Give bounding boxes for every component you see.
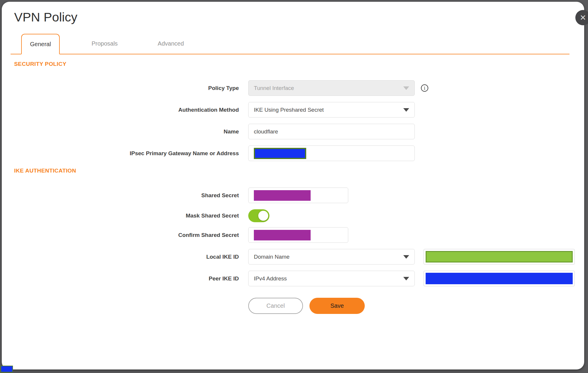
vpn-policy-dialog: VPN Policy General Proposals Advanced SE… <box>2 2 584 369</box>
caret-down-icon <box>403 255 409 259</box>
caret-down-icon <box>403 108 409 112</box>
shared-secret-row: Shared Secret <box>12 188 584 203</box>
ike-authentication-heading: IKE AUTHENTICATION <box>14 168 584 174</box>
policy-type-value: Tunnel Interface <box>254 85 294 91</box>
gateway-row: IPsec Primary Gateway Name or Address <box>12 145 584 161</box>
save-button[interactable]: Save <box>309 298 365 314</box>
peer-ike-id-label: Peer IKE ID <box>12 275 239 282</box>
tab-advanced[interactable]: Advanced <box>149 33 192 54</box>
confirm-shared-secret-row: Confirm Shared Secret <box>12 227 584 243</box>
authentication-method-label: Authentication Method <box>12 107 239 113</box>
caret-down-icon <box>403 86 409 90</box>
ike-authentication-section: Shared Secret Mask Shared Secret Confirm… <box>12 188 584 286</box>
mask-shared-secret-toggle[interactable] <box>248 209 269 222</box>
local-ike-id-label: Local IKE ID <box>12 254 239 260</box>
close-icon: ✕ <box>580 13 586 22</box>
authentication-method-select[interactable]: IKE Using Preshared Secret <box>248 102 415 118</box>
redacted-peer-ike-id-value <box>426 273 573 284</box>
policy-type-row: Policy Type Tunnel Interface i <box>12 80 584 96</box>
redacted-confirm-shared-secret-value <box>254 230 311 240</box>
tab-general[interactable]: General <box>21 34 60 54</box>
vpn-policy-screen: { "window": { "title": "VPN Policy", "cl… <box>0 0 588 373</box>
redacted-box-corner <box>1 366 13 372</box>
authentication-method-row: Authentication Method IKE Using Preshare… <box>12 102 584 118</box>
security-policy-heading: SECURITY POLICY <box>14 61 584 67</box>
name-row: Name cloudflare <box>12 124 584 139</box>
name-value: cloudflare <box>254 128 278 135</box>
caret-down-icon <box>403 277 409 280</box>
redacted-shared-secret-value <box>254 190 311 201</box>
confirm-shared-secret-input[interactable] <box>248 227 348 243</box>
info-icon[interactable]: i <box>421 84 428 92</box>
local-ike-id-row: Local IKE ID Domain Name <box>12 249 584 265</box>
authentication-method-value: IKE Using Preshared Secret <box>254 107 324 113</box>
gateway-label: IPsec Primary Gateway Name or Address <box>12 150 239 157</box>
tab-proposals[interactable]: Proposals <box>83 33 126 54</box>
redacted-gateway-value <box>254 148 306 159</box>
security-policy-section: Policy Type Tunnel Interface i Authentic… <box>12 80 584 161</box>
policy-type-label: Policy Type <box>12 85 239 91</box>
gateway-input[interactable] <box>248 145 415 161</box>
name-label: Name <box>12 128 239 135</box>
mask-shared-secret-row: Mask Shared Secret <box>12 209 584 222</box>
policy-type-select: Tunnel Interface <box>248 80 415 96</box>
mask-shared-secret-label: Mask Shared Secret <box>12 213 239 219</box>
local-ike-id-value-input[interactable] <box>424 249 575 265</box>
shared-secret-input[interactable] <box>248 188 348 203</box>
peer-ike-id-type-value: IPv4 Address <box>254 275 287 282</box>
local-ike-id-type-value: Domain Name <box>254 254 289 260</box>
peer-ike-id-row: Peer IKE ID IPv4 Address <box>12 271 584 286</box>
close-button[interactable]: ✕ <box>575 10 588 25</box>
tab-bar: General Proposals Advanced <box>11 33 569 54</box>
cancel-button[interactable]: Cancel <box>248 298 303 314</box>
page-title: VPN Policy <box>14 10 584 24</box>
redacted-local-ike-id-value <box>426 251 573 262</box>
confirm-shared-secret-label: Confirm Shared Secret <box>12 232 239 238</box>
action-buttons: Cancel Save <box>248 298 584 314</box>
shared-secret-label: Shared Secret <box>12 192 239 199</box>
toggle-knob <box>258 211 268 221</box>
peer-ike-id-value-input[interactable] <box>424 271 575 286</box>
name-input[interactable]: cloudflare <box>248 124 415 139</box>
local-ike-id-select[interactable]: Domain Name <box>248 249 415 265</box>
peer-ike-id-select[interactable]: IPv4 Address <box>248 271 415 286</box>
